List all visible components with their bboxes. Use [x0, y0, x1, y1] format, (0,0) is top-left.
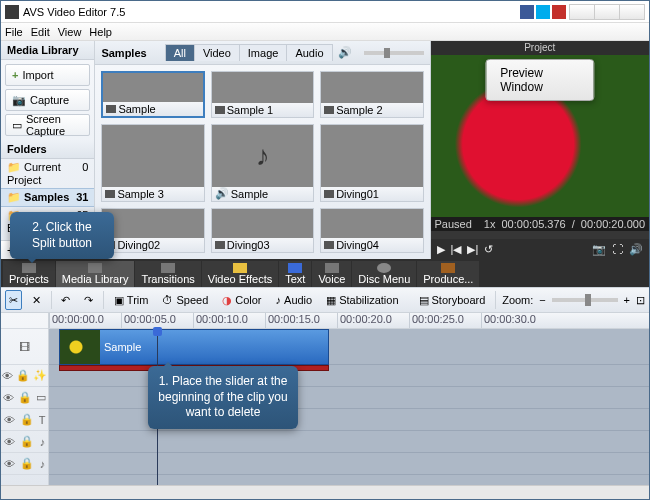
tab-all[interactable]: All [165, 44, 195, 61]
menubar: File Edit View Help [1, 23, 649, 41]
fullscreen-button[interactable]: ⛶ [612, 243, 623, 255]
audio1-track-header[interactable]: 👁🔒♪ [1, 431, 48, 453]
volume-icon[interactable]: 🔊 [338, 46, 352, 59]
preview-panel: Project Preview Window Paused 1x 00:00:0… [431, 41, 649, 259]
thumb-sample-3[interactable]: Sample 3 [101, 124, 204, 201]
horizontal-scrollbar[interactable] [1, 485, 649, 499]
undo-button[interactable]: ↶ [57, 290, 74, 310]
thumb-diving03[interactable]: Diving03 [211, 208, 314, 253]
stab-icon: ▦ [326, 294, 336, 307]
menu-help[interactable]: Help [89, 26, 112, 38]
app-window: AVS Video Editor 7.5 File Edit View Help… [0, 0, 650, 500]
video-clip[interactable]: Sample [59, 329, 329, 365]
trim-icon: ▣ [114, 294, 124, 307]
maximize-button[interactable] [594, 4, 620, 20]
audio-icon: 🔊 [215, 187, 229, 200]
trim-button[interactable]: ▣Trim [110, 294, 153, 307]
tab-video[interactable]: Video [194, 44, 240, 61]
thumb-diving02[interactable]: Diving02 [101, 208, 204, 253]
redo-button[interactable]: ↷ [80, 290, 97, 310]
preview-seekbar[interactable] [431, 231, 649, 239]
camera-icon: 📷 [12, 94, 26, 107]
menu-edit[interactable]: Edit [31, 26, 50, 38]
screen-capture-button[interactable]: ▭Screen Capture [5, 114, 90, 136]
titlebar: AVS Video Editor 7.5 [1, 1, 649, 23]
tab-image[interactable]: Image [239, 44, 288, 61]
playback-state: Paused [435, 218, 472, 230]
tab-voice[interactable]: Voice [312, 261, 351, 287]
callout-slider: 1. Place the slider at the beginning of … [148, 366, 298, 429]
track-area[interactable]: Sample [49, 329, 649, 485]
split-button[interactable]: ✂ [5, 290, 22, 310]
speed-button[interactable]: ⏱Speed [158, 294, 212, 306]
thumb-diving04[interactable]: Diving04 [320, 208, 423, 253]
video-icon [324, 190, 334, 198]
samples-title: Samples [101, 47, 146, 59]
timeline-body[interactable]: 00:00:00.000:00:05.000:00:10.000:00:15.0… [49, 313, 649, 485]
tab-video-effects[interactable]: Video Effects [202, 261, 278, 287]
thumb-diving01[interactable]: Diving01 [320, 124, 423, 201]
fx-track-header[interactable]: 👁🔒✨ [1, 365, 48, 387]
plus-icon: + [12, 69, 18, 81]
youtube-icon[interactable] [552, 5, 566, 19]
preview-tooltip: Preview Window [485, 59, 594, 101]
speed-icon: ⏱ [162, 294, 173, 306]
preview-controls: ▶ |◀ ▶| ↺ 📷 ⛶ 🔊 [431, 239, 649, 259]
minimize-button[interactable] [569, 4, 595, 20]
tab-transitions[interactable]: Transitions [135, 261, 200, 287]
import-button[interactable]: +Import [5, 64, 90, 86]
audio-button[interactable]: ♪Audio [272, 294, 317, 306]
snapshot-button[interactable]: 📷 [592, 243, 606, 256]
zoom-label: Zoom: [502, 294, 533, 306]
zoom-fit-button[interactable]: ⊡ [636, 294, 645, 307]
overlay-track-header[interactable]: 👁🔒▭ [1, 387, 48, 409]
play-button[interactable]: ▶ [437, 243, 445, 256]
playback-duration: 00:00:20.000 [581, 218, 645, 230]
tab-media-library[interactable]: Media Library [56, 261, 135, 287]
zoom-in-button[interactable]: + [624, 294, 630, 306]
tab-audio[interactable]: Audio [286, 44, 332, 61]
twitter-icon[interactable] [536, 5, 550, 19]
folders-title: Folders [1, 140, 94, 159]
filter-tabs: All Video Image Audio [165, 44, 332, 61]
next-frame-button[interactable]: ▶| [467, 243, 478, 256]
zoom-out-button[interactable]: − [539, 294, 545, 306]
thumb-sample-2[interactable]: Sample 2 [320, 71, 423, 118]
menu-file[interactable]: File [5, 26, 23, 38]
facebook-icon[interactable] [520, 5, 534, 19]
video-track-header[interactable]: 🎞 [1, 329, 48, 365]
delete-button[interactable]: ✕ [28, 290, 45, 310]
video-icon [106, 105, 116, 113]
tab-text[interactable]: Text [279, 261, 311, 287]
stabilization-button[interactable]: ▦Stabilization [322, 294, 402, 307]
time-ruler[interactable]: 00:00:00.000:00:05.000:00:10.000:00:15.0… [49, 313, 649, 329]
stop-button[interactable]: ↺ [484, 243, 493, 256]
thumb-sample-1[interactable]: Sample 1 [211, 71, 314, 118]
storyboard-button[interactable]: ▤Storyboard [415, 294, 490, 307]
clip-label: Sample [100, 341, 141, 353]
folder-samples[interactable]: 📁 Samples31 [1, 188, 94, 207]
timeline: 🎞 👁🔒✨ 👁🔒▭ 👁🔒T 👁🔒♪ 👁🔒♪ 00:00:00.000:00:05… [1, 313, 649, 485]
video-icon [215, 106, 225, 114]
zoom-slider[interactable] [552, 298, 618, 302]
menu-view[interactable]: View [58, 26, 82, 38]
audio-icon: ♪ [276, 294, 282, 306]
mute-button[interactable]: 🔊 [629, 243, 643, 256]
film-icon: 🎞 [19, 341, 30, 353]
audio2-track-header[interactable]: 👁🔒♪ [1, 453, 48, 475]
folder-current-project[interactable]: 📁 Current Project0 [1, 159, 94, 188]
social-icons [520, 5, 566, 19]
color-button[interactable]: ◑Color [218, 294, 265, 307]
tab-disc-menu[interactable]: Disc Menu [352, 261, 416, 287]
prev-frame-button[interactable]: |◀ [451, 243, 462, 256]
thumb-audio-sample[interactable]: ♪🔊Sample [211, 124, 314, 201]
capture-button[interactable]: 📷Capture [5, 89, 90, 111]
preview-tab[interactable]: Project [431, 41, 649, 55]
playback-speed: 1x [484, 218, 496, 230]
volume-slider[interactable] [364, 51, 424, 55]
thumb-sample[interactable]: Sample [101, 71, 204, 118]
video-icon [215, 241, 225, 249]
text-track-header[interactable]: 👁🔒T [1, 409, 48, 431]
tab-produce[interactable]: Produce... [417, 261, 479, 287]
close-button[interactable] [619, 4, 645, 20]
